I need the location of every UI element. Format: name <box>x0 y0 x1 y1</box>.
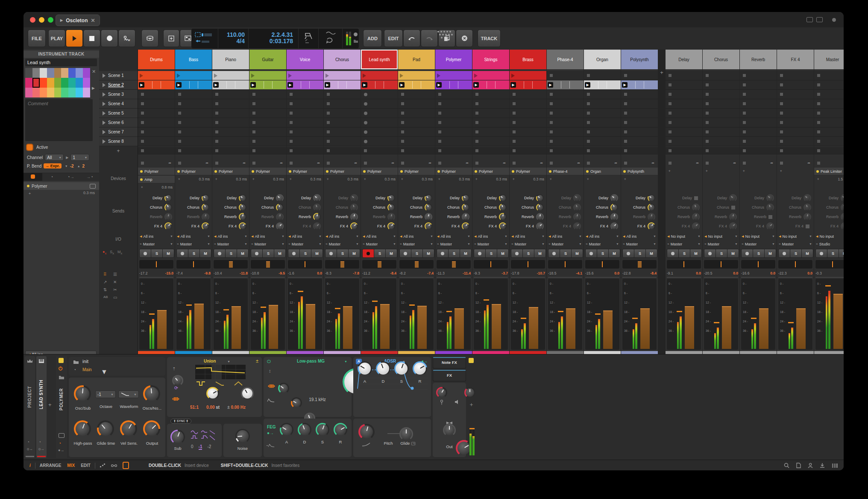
output-select[interactable]: ⌁Master▼ <box>398 240 435 248</box>
solo-button[interactable]: S <box>486 249 497 257</box>
clip-slot[interactable] <box>703 109 739 118</box>
track-stop-row[interactable]: ➦ <box>361 160 398 166</box>
env-knob[interactable] <box>298 423 311 437</box>
clip-slot[interactable] <box>777 99 814 109</box>
env-knob[interactable] <box>280 423 293 437</box>
clip-slot[interactable]: ▶ <box>212 80 249 90</box>
clip-slot[interactable] <box>621 118 658 127</box>
channel-meter[interactable]: 0 -6 -12 -18 -24 -36 - <box>288 279 322 350</box>
record-arm-button[interactable] <box>548 249 560 257</box>
clip-slot[interactable] <box>472 127 509 137</box>
send-knob[interactable] <box>841 204 844 211</box>
sub-octave-option[interactable]: -2 <box>207 444 211 450</box>
track-stop-row[interactable]: ➦ <box>287 160 323 166</box>
volume-fader[interactable] <box>157 310 167 349</box>
clip-slot[interactable] <box>435 127 472 137</box>
undo-button[interactable] <box>403 30 420 47</box>
clip-slot[interactable] <box>472 109 509 118</box>
scene-stop-row[interactable] <box>175 147 212 154</box>
preset-name[interactable]: init <box>82 359 88 364</box>
clip-slot[interactable] <box>814 118 844 127</box>
color-swatch[interactable] <box>68 88 76 97</box>
device-on-dot[interactable] <box>816 170 819 173</box>
channel-num-select[interactable]: 1▼ <box>70 154 89 161</box>
pan-control[interactable] <box>251 260 285 269</box>
clip-slot[interactable] <box>249 90 286 99</box>
solo-button[interactable]: S <box>597 249 609 257</box>
add-device-icon[interactable]: ＋ <box>214 177 218 182</box>
volume-fader[interactable] <box>529 307 538 349</box>
track-header[interactable]: Delay <box>666 50 702 69</box>
input-select[interactable]: ◀No input▼ <box>703 233 739 240</box>
clip-slot[interactable] <box>740 71 777 80</box>
clip-slot[interactable] <box>435 71 472 80</box>
pbend-min[interactable]: -2 <box>70 164 74 168</box>
clip-slot[interactable] <box>547 109 584 118</box>
record-arm-button[interactable] <box>363 249 374 257</box>
mute-button[interactable]: M <box>237 249 248 257</box>
download-icon[interactable] <box>820 463 825 468</box>
detune-value[interactable]: 0.00 <box>206 405 214 410</box>
add-device-icon[interactable]: ＋ <box>742 168 746 174</box>
input-select[interactable]: ◀All ins▼ <box>621 233 658 240</box>
record-arm-button[interactable] <box>326 249 337 257</box>
track-header[interactable]: Drums <box>138 50 175 69</box>
scene-stop-row[interactable] <box>777 147 814 154</box>
track-header[interactable]: Polymer <box>435 50 472 69</box>
add-scene-button[interactable]: + <box>99 148 138 154</box>
clip-slot[interactable]: ▶ <box>547 80 584 90</box>
scene-stop-row[interactable] <box>584 147 621 154</box>
color-swatch[interactable] <box>54 68 62 78</box>
tab-devices[interactable] <box>23 173 42 181</box>
clip-slot[interactable] <box>287 137 323 146</box>
send-knob[interactable] <box>164 194 172 202</box>
channel-meter[interactable]: 0 -6 -12 -18 -24 -36 - <box>399 279 434 350</box>
clip-slot[interactable] <box>666 80 702 90</box>
swap-icon[interactable]: ⇅ <box>103 287 110 292</box>
playing-clip[interactable]: ▶ <box>287 80 323 89</box>
level-knob[interactable] <box>464 387 475 398</box>
env-knob[interactable] <box>394 361 409 376</box>
link-icon[interactable] <box>111 464 117 468</box>
clip-slot[interactable] <box>398 118 435 127</box>
clip-slot[interactable] <box>584 109 621 118</box>
channel-meter[interactable]: 0 -6 -12 -18 -24 -36 - <box>437 279 471 350</box>
clip-slot[interactable] <box>584 127 621 137</box>
send-knob[interactable] <box>350 222 358 230</box>
osc-type[interactable]: Union <box>204 359 216 363</box>
solo-button[interactable]: S <box>560 249 572 257</box>
track-stop-row[interactable]: ➦ <box>814 160 844 166</box>
play-menu-button[interactable]: PLAY <box>48 30 65 47</box>
pan-control[interactable] <box>474 260 508 269</box>
send-knob[interactable] <box>462 222 469 230</box>
send-knob[interactable] <box>202 222 209 230</box>
clip-slot[interactable] <box>777 118 814 127</box>
send-knob[interactable] <box>350 194 358 202</box>
track-header[interactable]: Polysynth <box>621 50 658 69</box>
noise-level-knob[interactable] <box>235 429 250 443</box>
track-header[interactable]: Strings <box>472 50 509 69</box>
clip-slot[interactable]: ▶ <box>361 80 398 90</box>
send-knob[interactable] <box>692 204 700 211</box>
pan-control[interactable] <box>362 260 396 269</box>
edit-button[interactable]: EDIT <box>384 30 403 47</box>
input-select[interactable]: ◀All ins▼ <box>547 233 584 240</box>
clip-slot[interactable] <box>666 71 702 80</box>
env-knob[interactable] <box>316 423 329 437</box>
track-header[interactable]: Voice <box>287 50 323 69</box>
playing-clip[interactable]: ▶ <box>435 80 472 89</box>
clip-slot[interactable] <box>138 127 175 137</box>
search-icon[interactable] <box>784 463 789 468</box>
send-knob[interactable] <box>803 213 811 221</box>
track-stop-row[interactable]: ➦ <box>398 160 435 166</box>
clip-slot[interactable] <box>703 137 739 146</box>
track-stop-row[interactable]: ➦ <box>510 160 546 166</box>
mixer-grid-icon[interactable] <box>832 463 838 468</box>
track-header[interactable]: Brass <box>510 50 546 69</box>
add-device-icon[interactable]: ＋ <box>549 177 553 182</box>
channel-meter[interactable]: 0 -6 -12 -18 -24 -36 - <box>622 279 657 350</box>
device-on-dot[interactable] <box>140 178 143 181</box>
scene-play-icon[interactable] <box>103 111 106 115</box>
scene-play-icon[interactable] <box>103 139 106 144</box>
sub-level-knob[interactable] <box>170 430 185 444</box>
